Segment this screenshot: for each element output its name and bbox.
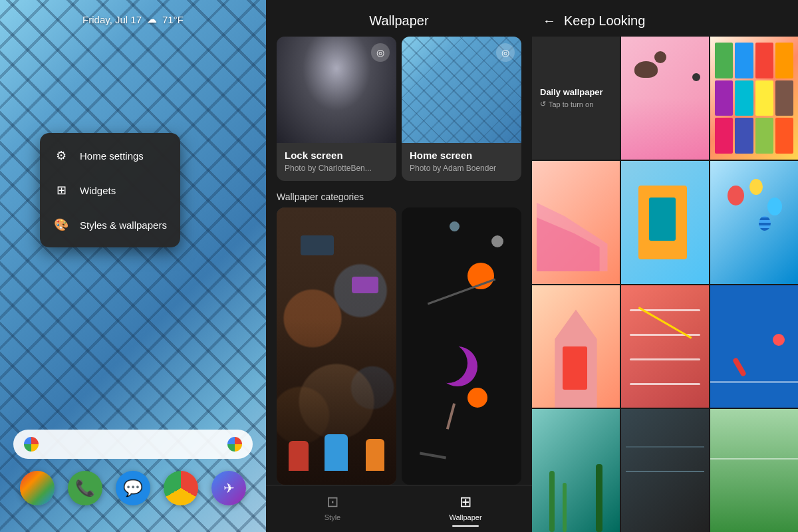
peach-cell-content bbox=[532, 161, 620, 284]
nav-style[interactable]: ⊡ Style bbox=[266, 491, 399, 529]
compass-icon-2: ◎ bbox=[496, 43, 515, 62]
phone-icon[interactable]: 📞 bbox=[68, 471, 102, 505]
ping-pong-paddle bbox=[732, 357, 747, 377]
mic-icon bbox=[227, 437, 242, 452]
category-grid bbox=[266, 207, 532, 485]
green-field-content bbox=[710, 409, 798, 532]
keep-looking-panel: ← Keep Looking Daily wallpaper ↺ Tap to … bbox=[532, 0, 798, 532]
menu-item-styles-label: Styles & wallpapers bbox=[80, 219, 167, 231]
teal-cell-content bbox=[621, 161, 709, 284]
collectibles-category[interactable] bbox=[277, 207, 396, 485]
nav-style-label: Style bbox=[325, 513, 340, 521]
daily-wallpaper-sublabel: ↺ Tap to turn on bbox=[540, 100, 612, 108]
context-menu: ⚙ Home settings ⊞ Widgets 🎨 Styles & wal… bbox=[40, 133, 180, 247]
pingpong-cell-content bbox=[710, 285, 798, 408]
app-dock: 📞 💬 ✈ bbox=[20, 471, 246, 505]
ping-pong-ball bbox=[773, 334, 785, 346]
chrome-icon[interactable] bbox=[164, 471, 198, 505]
red-balloon bbox=[728, 186, 744, 205]
style-nav-icon: ⊡ bbox=[327, 493, 338, 511]
keep-looking-grid: Daily wallpaper ↺ Tap to turn on bbox=[532, 37, 798, 532]
teal-room-cell[interactable] bbox=[621, 161, 709, 284]
palette-icon: 🎨 bbox=[53, 217, 69, 233]
lock-screen-sublabel: Photo by CharlotteBen... bbox=[277, 164, 396, 181]
colorful-cell-content bbox=[710, 37, 798, 160]
yellow-balloon bbox=[749, 179, 763, 195]
lock-screen-image: ◎ bbox=[277, 37, 396, 143]
sports-cell[interactable] bbox=[621, 285, 709, 408]
bottom-navigation: ⊡ Style ⊞ Wallpaper bbox=[266, 485, 532, 532]
google-logo bbox=[24, 437, 39, 452]
teal-nature-cell[interactable] bbox=[532, 409, 620, 532]
dark-road-cell[interactable] bbox=[621, 409, 709, 532]
abstract-orange-circle-2 bbox=[467, 388, 487, 408]
date-time: Friday, Jul 17 bbox=[82, 14, 142, 25]
abstract-category[interactable] bbox=[402, 207, 521, 485]
lock-screen-preview[interactable]: ◎ Lock screen Photo by CharlotteBen... bbox=[277, 37, 396, 181]
menu-item-home-settings[interactable]: ⚙ Home settings bbox=[40, 138, 180, 173]
home-screen-label: Home screen bbox=[402, 143, 521, 164]
wallpaper-nav-icon: ⊞ bbox=[460, 493, 471, 511]
nav-wallpaper[interactable]: ⊞ Wallpaper bbox=[399, 491, 532, 529]
assistant-icon[interactable]: ✈ bbox=[211, 471, 246, 505]
compass-icon: ◎ bbox=[371, 43, 390, 62]
nav-wallpaper-label: Wallpaper bbox=[449, 513, 481, 521]
dark-road-content bbox=[621, 409, 709, 532]
menu-item-styles-wallpapers[interactable]: 🎨 Styles & wallpapers bbox=[40, 207, 180, 242]
abstract-stick bbox=[446, 403, 456, 430]
teal-nature-content bbox=[532, 409, 620, 532]
pingpong-cell[interactable] bbox=[710, 285, 798, 408]
categories-section-title: Wallpaper categories bbox=[266, 181, 532, 207]
toy-box-2 bbox=[352, 277, 378, 293]
abstract-line-2 bbox=[420, 452, 446, 460]
peach-stairs-cell[interactable] bbox=[532, 161, 620, 284]
daily-wallpaper-label: Daily wallpaper bbox=[540, 87, 612, 97]
settings-icon: ⚙ bbox=[53, 148, 69, 164]
weather-icon: ☁ bbox=[147, 13, 157, 25]
menu-item-home-settings-label: Home settings bbox=[80, 150, 144, 162]
lock-screen-label: Lock screen bbox=[277, 143, 396, 164]
balloon-cell[interactable] bbox=[710, 161, 798, 284]
wallpaper-title: Wallpaper bbox=[266, 0, 532, 37]
back-button[interactable]: ← bbox=[543, 13, 556, 29]
messages-icon[interactable]: 💬 bbox=[116, 471, 150, 505]
home-screen-preview[interactable]: ◎ Home screen Photo by Adam Boender bbox=[402, 37, 521, 181]
toy-figure-1 bbox=[289, 441, 309, 471]
home-screen-image: ◎ bbox=[402, 37, 521, 143]
search-bar[interactable] bbox=[13, 430, 253, 459]
keep-looking-title: Keep Looking bbox=[564, 13, 645, 29]
refresh-icon: ↺ bbox=[540, 100, 546, 108]
sports-cell-content bbox=[621, 285, 709, 408]
toy-figure-3 bbox=[366, 439, 384, 471]
colorful-blocks-cell[interactable] bbox=[710, 37, 798, 160]
abstract-gray-circle bbox=[491, 235, 503, 247]
abstract-line bbox=[428, 279, 496, 305]
menu-item-widgets-label: Widgets bbox=[80, 185, 116, 196]
collectibles-image bbox=[277, 207, 396, 485]
pixel-balloon bbox=[759, 216, 771, 231]
abstract-small-circle bbox=[450, 221, 460, 231]
wallpaper-app-panel: Wallpaper ◎ Lock screen Photo by Charlot… bbox=[266, 0, 532, 532]
green-field-cell[interactable] bbox=[710, 409, 798, 532]
menu-item-widgets[interactable]: ⊞ Widgets bbox=[40, 173, 180, 207]
peach-arch-cell[interactable] bbox=[532, 285, 620, 408]
temperature: 71°F bbox=[162, 14, 184, 25]
daily-wallpaper-cell[interactable]: Daily wallpaper ↺ Tap to turn on bbox=[532, 37, 620, 160]
balloon-cell-content bbox=[710, 161, 798, 284]
nav-active-indicator bbox=[452, 525, 479, 527]
wallpaper-previews: ◎ Lock screen Photo by CharlotteBen... ◎… bbox=[266, 37, 532, 181]
peach2-cell-content bbox=[532, 285, 620, 408]
pixel-launcher-icon[interactable] bbox=[20, 471, 55, 505]
home-screen-sublabel: Photo by Adam Boender bbox=[402, 164, 521, 181]
home-screen-panel: Friday, Jul 17 ☁ 71°F ⚙ Home settings ⊞ … bbox=[0, 0, 266, 532]
status-bar: Friday, Jul 17 ☁ 71°F bbox=[0, 13, 266, 25]
keep-looking-header: ← Keep Looking bbox=[532, 0, 798, 37]
widgets-icon: ⊞ bbox=[53, 182, 69, 198]
toy-figure-2 bbox=[325, 434, 348, 471]
pink-cell-content bbox=[621, 37, 709, 160]
abstract-image bbox=[402, 207, 521, 485]
abstract-crescent bbox=[438, 346, 477, 386]
pink-wallpaper-cell[interactable] bbox=[621, 37, 709, 160]
blue-balloon bbox=[767, 198, 782, 215]
toy-box-1 bbox=[301, 235, 334, 255]
